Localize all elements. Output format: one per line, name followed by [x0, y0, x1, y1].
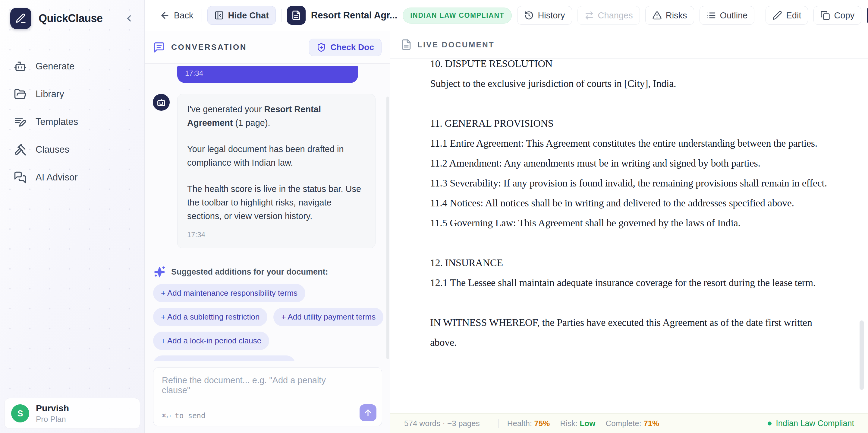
sparkles-icon: [153, 265, 166, 279]
gavel-icon: [14, 143, 27, 156]
sidebar-item-templates[interactable]: Templates: [0, 108, 144, 136]
green-dot-icon: [768, 422, 772, 426]
history-label: History: [538, 10, 565, 21]
shield-plus-icon: [316, 42, 326, 52]
doc-heading: 11. GENERAL PROVISIONS: [430, 113, 838, 133]
hide-chat-button[interactable]: Hide Chat: [207, 6, 276, 25]
panel-close-icon: [214, 10, 224, 20]
doc-paragraph: 11.5 Governing Law: This Agreement shall…: [430, 213, 838, 233]
chevron-left-icon: [124, 13, 134, 24]
chat-bubble-icon: [153, 41, 165, 53]
sidebar-collapse-button[interactable]: [122, 11, 136, 25]
complete-value: 71%: [644, 419, 659, 428]
sidebar-item-label: Clauses: [36, 144, 69, 155]
compare-arrows-icon: [584, 10, 594, 20]
document-title: Resort Rental Agr...: [311, 10, 398, 21]
chat-input[interactable]: [153, 368, 382, 426]
compliance-label: Indian Law Compliant: [776, 419, 854, 428]
doc-paragraph: 11.3 Severability: If any provision is f…: [430, 173, 838, 193]
risks-label: Risks: [666, 10, 687, 21]
compliance-badge: INDIAN LAW COMPLIANT: [403, 7, 512, 24]
user-plan: Pro Plan: [36, 414, 69, 424]
doc-paragraph: 11.2 Amendment: Any amendments must be i…: [430, 153, 838, 173]
suggestions-title: Suggested additions for your document:: [171, 267, 328, 277]
conversation-header: CONVERSATION Check Doc: [145, 31, 390, 64]
suggestions-block: Suggested additions for your document: +…: [145, 265, 390, 361]
status-bar: 574 words · ~3 pages Health: 75% Risk: L…: [390, 413, 868, 433]
toolbar: Back Hide Chat Resort Rental Agr... INDI…: [145, 0, 868, 31]
list-pen-icon: [14, 116, 27, 128]
outline-button[interactable]: Outline: [700, 6, 755, 25]
avatar: S: [11, 404, 29, 423]
suggestion-chip[interactable]: + Add police verification requirement: [153, 355, 296, 361]
message-time: 17:34: [185, 69, 358, 78]
bot-avatar-icon: [153, 94, 170, 111]
edit-button[interactable]: Edit: [766, 6, 808, 25]
health-value: 75%: [534, 419, 550, 428]
outline-label: Outline: [720, 10, 748, 21]
document-body: 10. DISPUTE RESOLUTION Subject to the ex…: [390, 59, 868, 413]
app-title: QuickClause: [38, 12, 122, 25]
live-document-panel: LIVE DOCUMENT 10. DISPUTE RESOLUTION Sub…: [390, 31, 868, 413]
conversation-title: CONVERSATION: [171, 42, 309, 52]
document-icon-badge: [287, 6, 306, 25]
word-count: 574 words · ~3 pages: [404, 419, 480, 428]
ai-message-p2: Your legal document has been drafted in …: [187, 142, 366, 170]
changes-label: Changes: [598, 10, 633, 21]
chat-input-area: ⌘↵ to send: [145, 361, 390, 433]
risks-button[interactable]: Risks: [645, 6, 694, 25]
ai-message-bubble: I've generated your Resort Rental Agreem…: [177, 94, 375, 248]
sidebar-item-library[interactable]: Library: [0, 80, 144, 108]
conversation-panel: CONVERSATION Check Doc 17:34 I've genera…: [145, 31, 390, 433]
suggestion-chip[interactable]: + Add a subletting restriction: [153, 308, 267, 326]
changes-button[interactable]: Changes: [578, 6, 640, 25]
suggestion-chip[interactable]: + Add utility payment terms: [273, 308, 383, 326]
edit-label: Edit: [786, 10, 801, 21]
sidebar: QuickClause Generate Library Templates: [0, 0, 145, 433]
ai-message-row: I've generated your Resort Rental Agreem…: [145, 94, 390, 248]
doc-paragraph: 11.4 Notices: All notices shall be in wr…: [430, 193, 838, 213]
doc-heading: 10. DISPUTE RESOLUTION: [430, 59, 838, 74]
arrow-left-icon: [160, 10, 170, 21]
export-pdf-button[interactable]: Export PDF: [867, 6, 868, 25]
hide-chat-label: Hide Chat: [228, 10, 269, 21]
doc-paragraph: IN WITNESS WHEREOF, the Parties have exe…: [430, 313, 838, 352]
send-button[interactable]: [360, 404, 376, 421]
divider: [202, 9, 202, 22]
sidebar-item-generate[interactable]: Generate: [0, 53, 144, 80]
compliance-status: Indian Law Compliant: [768, 419, 854, 428]
sidebar-item-clauses[interactable]: Clauses: [0, 136, 144, 164]
document-scrollbar[interactable]: [860, 320, 864, 390]
file-text-icon: [401, 39, 412, 50]
live-document-title: LIVE DOCUMENT: [417, 40, 495, 50]
ai-message-p1: I've generated your Resort Rental Agreem…: [187, 103, 366, 130]
live-document-header: LIVE DOCUMENT: [390, 31, 868, 59]
doc-paragraph: 11.1 Entire Agreement: This Agreement co…: [430, 133, 838, 153]
divider: [498, 419, 499, 428]
history-button[interactable]: History: [517, 6, 572, 25]
copy-button[interactable]: Copy: [813, 6, 861, 25]
doc-heading: 12. INSURANCE: [430, 253, 838, 273]
doc-paragraph: Subject to the exclusive jurisdiction of…: [430, 74, 838, 93]
back-button[interactable]: Back: [157, 6, 196, 25]
suggestion-chip[interactable]: + Add maintenance responsibility terms: [153, 284, 305, 302]
sidebar-item-label: AI Advisor: [36, 172, 78, 183]
pencil-icon: [772, 10, 782, 20]
chat-scrollbar[interactable]: [386, 96, 389, 359]
check-doc-label: Check Doc: [330, 42, 374, 52]
sidebar-item-ai-advisor[interactable]: AI Advisor: [0, 164, 144, 191]
health-stat: Health: 75%: [507, 419, 550, 428]
ai-message-p3: The health score is live in the status b…: [187, 182, 366, 223]
sidebar-nav: Generate Library Templates Clauses AI Ad…: [0, 53, 144, 191]
suggestion-chip[interactable]: + Add a lock-in period clause: [153, 331, 269, 350]
folder-open-icon: [14, 88, 27, 100]
robot-icon: [14, 60, 27, 73]
copy-icon: [820, 10, 830, 20]
user-card[interactable]: S Purvish Pro Plan: [4, 398, 140, 429]
pen-line-icon: [15, 13, 27, 24]
user-name: Purvish: [36, 403, 69, 413]
sidebar-item-label: Templates: [36, 116, 78, 127]
check-doc-button[interactable]: Check Doc: [309, 39, 381, 56]
message-time: 17:34: [187, 228, 366, 241]
file-text-icon: [291, 10, 301, 21]
